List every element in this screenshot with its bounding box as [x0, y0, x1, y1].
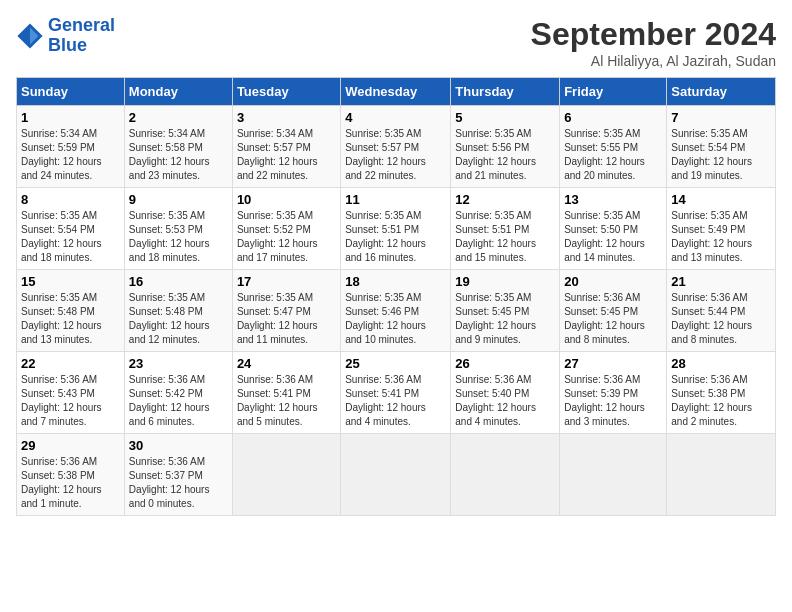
cell-info: Sunrise: 5:36 AM Sunset: 5:42 PM Dayligh…	[129, 373, 228, 429]
day-number: 14	[671, 192, 771, 207]
day-number: 4	[345, 110, 446, 125]
day-number: 22	[21, 356, 120, 371]
cell-info: Sunrise: 5:35 AM Sunset: 5:48 PM Dayligh…	[129, 291, 228, 347]
day-number: 2	[129, 110, 228, 125]
cell-info: Sunrise: 5:35 AM Sunset: 5:47 PM Dayligh…	[237, 291, 336, 347]
cell-info: Sunrise: 5:36 AM Sunset: 5:41 PM Dayligh…	[345, 373, 446, 429]
calendar-cell	[232, 434, 340, 516]
cell-info: Sunrise: 5:35 AM Sunset: 5:57 PM Dayligh…	[345, 127, 446, 183]
day-number: 5	[455, 110, 555, 125]
cell-info: Sunrise: 5:34 AM Sunset: 5:57 PM Dayligh…	[237, 127, 336, 183]
cell-info: Sunrise: 5:35 AM Sunset: 5:56 PM Dayligh…	[455, 127, 555, 183]
cell-info: Sunrise: 5:36 AM Sunset: 5:44 PM Dayligh…	[671, 291, 771, 347]
calendar-cell: 26Sunrise: 5:36 AM Sunset: 5:40 PM Dayli…	[451, 352, 560, 434]
calendar-cell: 18Sunrise: 5:35 AM Sunset: 5:46 PM Dayli…	[341, 270, 451, 352]
cell-info: Sunrise: 5:35 AM Sunset: 5:53 PM Dayligh…	[129, 209, 228, 265]
cell-info: Sunrise: 5:35 AM Sunset: 5:50 PM Dayligh…	[564, 209, 662, 265]
day-number: 18	[345, 274, 446, 289]
day-number: 10	[237, 192, 336, 207]
day-number: 13	[564, 192, 662, 207]
title-area: September 2024 Al Hilaliyya, Al Jazirah,…	[531, 16, 776, 69]
day-number: 26	[455, 356, 555, 371]
calendar-cell: 3Sunrise: 5:34 AM Sunset: 5:57 PM Daylig…	[232, 106, 340, 188]
calendar-cell: 23Sunrise: 5:36 AM Sunset: 5:42 PM Dayli…	[124, 352, 232, 434]
calendar-cell: 16Sunrise: 5:35 AM Sunset: 5:48 PM Dayli…	[124, 270, 232, 352]
calendar-cell: 5Sunrise: 5:35 AM Sunset: 5:56 PM Daylig…	[451, 106, 560, 188]
month-title: September 2024	[531, 16, 776, 53]
day-number: 25	[345, 356, 446, 371]
cell-info: Sunrise: 5:35 AM Sunset: 5:52 PM Dayligh…	[237, 209, 336, 265]
weekday-header-saturday: Saturday	[667, 78, 776, 106]
week-row-2: 8Sunrise: 5:35 AM Sunset: 5:54 PM Daylig…	[17, 188, 776, 270]
logo-text: General Blue	[48, 16, 115, 56]
calendar-cell: 13Sunrise: 5:35 AM Sunset: 5:50 PM Dayli…	[560, 188, 667, 270]
calendar-cell: 29Sunrise: 5:36 AM Sunset: 5:38 PM Dayli…	[17, 434, 125, 516]
day-number: 19	[455, 274, 555, 289]
calendar-cell: 28Sunrise: 5:36 AM Sunset: 5:38 PM Dayli…	[667, 352, 776, 434]
week-row-4: 22Sunrise: 5:36 AM Sunset: 5:43 PM Dayli…	[17, 352, 776, 434]
day-number: 1	[21, 110, 120, 125]
day-number: 12	[455, 192, 555, 207]
day-number: 24	[237, 356, 336, 371]
weekday-header-friday: Friday	[560, 78, 667, 106]
calendar-cell: 30Sunrise: 5:36 AM Sunset: 5:37 PM Dayli…	[124, 434, 232, 516]
calendar-cell: 24Sunrise: 5:36 AM Sunset: 5:41 PM Dayli…	[232, 352, 340, 434]
logo: General Blue	[16, 16, 115, 56]
cell-info: Sunrise: 5:35 AM Sunset: 5:54 PM Dayligh…	[671, 127, 771, 183]
day-number: 15	[21, 274, 120, 289]
week-row-5: 29Sunrise: 5:36 AM Sunset: 5:38 PM Dayli…	[17, 434, 776, 516]
weekday-header-wednesday: Wednesday	[341, 78, 451, 106]
cell-info: Sunrise: 5:34 AM Sunset: 5:59 PM Dayligh…	[21, 127, 120, 183]
day-number: 28	[671, 356, 771, 371]
calendar-cell: 14Sunrise: 5:35 AM Sunset: 5:49 PM Dayli…	[667, 188, 776, 270]
weekday-header-row: SundayMondayTuesdayWednesdayThursdayFrid…	[17, 78, 776, 106]
cell-info: Sunrise: 5:36 AM Sunset: 5:43 PM Dayligh…	[21, 373, 120, 429]
cell-info: Sunrise: 5:35 AM Sunset: 5:51 PM Dayligh…	[455, 209, 555, 265]
day-number: 8	[21, 192, 120, 207]
calendar-cell: 12Sunrise: 5:35 AM Sunset: 5:51 PM Dayli…	[451, 188, 560, 270]
calendar-cell: 9Sunrise: 5:35 AM Sunset: 5:53 PM Daylig…	[124, 188, 232, 270]
calendar-cell	[341, 434, 451, 516]
day-number: 17	[237, 274, 336, 289]
weekday-header-sunday: Sunday	[17, 78, 125, 106]
calendar-cell: 22Sunrise: 5:36 AM Sunset: 5:43 PM Dayli…	[17, 352, 125, 434]
cell-info: Sunrise: 5:35 AM Sunset: 5:55 PM Dayligh…	[564, 127, 662, 183]
calendar-cell	[667, 434, 776, 516]
calendar-cell: 21Sunrise: 5:36 AM Sunset: 5:44 PM Dayli…	[667, 270, 776, 352]
calendar-cell: 25Sunrise: 5:36 AM Sunset: 5:41 PM Dayli…	[341, 352, 451, 434]
day-number: 29	[21, 438, 120, 453]
day-number: 3	[237, 110, 336, 125]
cell-info: Sunrise: 5:35 AM Sunset: 5:51 PM Dayligh…	[345, 209, 446, 265]
day-number: 27	[564, 356, 662, 371]
calendar-cell: 6Sunrise: 5:35 AM Sunset: 5:55 PM Daylig…	[560, 106, 667, 188]
weekday-header-thursday: Thursday	[451, 78, 560, 106]
cell-info: Sunrise: 5:35 AM Sunset: 5:46 PM Dayligh…	[345, 291, 446, 347]
calendar-cell: 17Sunrise: 5:35 AM Sunset: 5:47 PM Dayli…	[232, 270, 340, 352]
calendar-table: SundayMondayTuesdayWednesdayThursdayFrid…	[16, 77, 776, 516]
calendar-cell: 8Sunrise: 5:35 AM Sunset: 5:54 PM Daylig…	[17, 188, 125, 270]
day-number: 21	[671, 274, 771, 289]
location-title: Al Hilaliyya, Al Jazirah, Sudan	[531, 53, 776, 69]
cell-info: Sunrise: 5:36 AM Sunset: 5:37 PM Dayligh…	[129, 455, 228, 511]
day-number: 11	[345, 192, 446, 207]
cell-info: Sunrise: 5:35 AM Sunset: 5:45 PM Dayligh…	[455, 291, 555, 347]
cell-info: Sunrise: 5:36 AM Sunset: 5:40 PM Dayligh…	[455, 373, 555, 429]
cell-info: Sunrise: 5:36 AM Sunset: 5:45 PM Dayligh…	[564, 291, 662, 347]
calendar-cell: 11Sunrise: 5:35 AM Sunset: 5:51 PM Dayli…	[341, 188, 451, 270]
day-number: 20	[564, 274, 662, 289]
calendar-cell: 2Sunrise: 5:34 AM Sunset: 5:58 PM Daylig…	[124, 106, 232, 188]
week-row-3: 15Sunrise: 5:35 AM Sunset: 5:48 PM Dayli…	[17, 270, 776, 352]
cell-info: Sunrise: 5:36 AM Sunset: 5:41 PM Dayligh…	[237, 373, 336, 429]
cell-info: Sunrise: 5:34 AM Sunset: 5:58 PM Dayligh…	[129, 127, 228, 183]
calendar-cell	[451, 434, 560, 516]
calendar-cell: 27Sunrise: 5:36 AM Sunset: 5:39 PM Dayli…	[560, 352, 667, 434]
logo-icon	[16, 22, 44, 50]
calendar-cell: 15Sunrise: 5:35 AM Sunset: 5:48 PM Dayli…	[17, 270, 125, 352]
weekday-header-tuesday: Tuesday	[232, 78, 340, 106]
cell-info: Sunrise: 5:36 AM Sunset: 5:38 PM Dayligh…	[21, 455, 120, 511]
calendar-cell: 7Sunrise: 5:35 AM Sunset: 5:54 PM Daylig…	[667, 106, 776, 188]
cell-info: Sunrise: 5:36 AM Sunset: 5:39 PM Dayligh…	[564, 373, 662, 429]
cell-info: Sunrise: 5:35 AM Sunset: 5:54 PM Dayligh…	[21, 209, 120, 265]
header: General Blue September 2024 Al Hilaliyya…	[16, 16, 776, 69]
calendar-cell: 10Sunrise: 5:35 AM Sunset: 5:52 PM Dayli…	[232, 188, 340, 270]
